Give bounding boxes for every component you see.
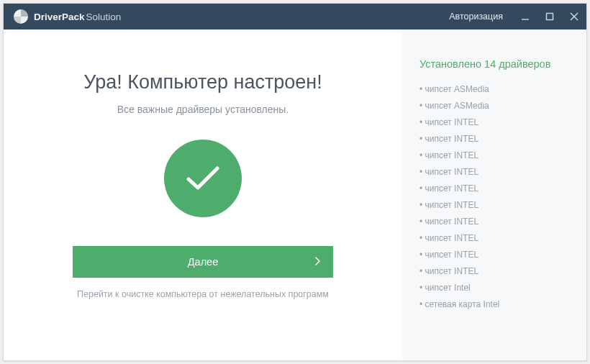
driver-list-item: чипсет ASMedia [419,84,573,94]
app-title: DriverPackSolution [34,12,121,22]
headline: Ура! Компьютер настроен! [83,71,322,94]
app-title-bold: DriverPack [34,12,85,22]
maximize-icon [545,12,554,21]
content: Ура! Компьютер настроен! Все важные драй… [4,29,586,360]
titlebar: DriverPackSolution Авторизация [4,4,586,29]
driver-list-item: чипсет INTEL [419,250,573,260]
driver-list-item: чипсет INTEL [419,266,573,276]
driver-list-item: чипсет INTEL [419,150,573,160]
chevron-right-icon [315,256,320,268]
minimize-button[interactable] [513,4,537,29]
driver-list-item: сетевая карта Intel [419,299,573,309]
minimize-icon [521,12,530,21]
next-button-label: Далее [188,256,218,268]
driver-list-item: чипсет ASMedia [419,101,573,111]
driver-list-item: чипсет Intel [419,283,573,293]
driver-list-item: чипсет INTEL [419,217,573,227]
installed-count-title: Установлено 14 драйверов [419,58,573,70]
maximize-button[interactable] [537,4,562,29]
driver-list-item: чипсет INTEL [419,167,573,177]
driver-list-item: чипсет INTEL [419,200,573,210]
app-logo-icon [14,9,28,24]
auth-link[interactable]: Авторизация [439,12,513,22]
driver-list-item: чипсет INTEL [419,117,573,127]
driver-list-item: чипсет INTEL [419,233,573,243]
side-panel: Установлено 14 драйверов чипсет ASMediaч… [402,29,586,360]
svg-rect-2 [547,14,553,20]
driver-list: чипсет ASMediaчипсет ASMediaчипсет INTEL… [419,84,573,309]
subhead: Все важные драйверы установлены. [117,104,289,115]
main-panel: Ура! Компьютер настроен! Все важные драй… [4,29,402,360]
driver-list-item: чипсет INTEL [419,134,573,144]
cleanup-link[interactable]: Перейти к очистке компьютера от нежелате… [77,289,329,299]
next-button[interactable]: Далее [73,246,333,278]
app-title-light: Solution [86,12,122,22]
app-window: DriverPackSolution Авторизация Ура! Комп… [3,3,587,361]
close-button[interactable] [562,4,586,29]
driver-list-item: чипсет INTEL [419,183,573,194]
close-icon [570,12,578,21]
success-check-icon [164,140,242,217]
